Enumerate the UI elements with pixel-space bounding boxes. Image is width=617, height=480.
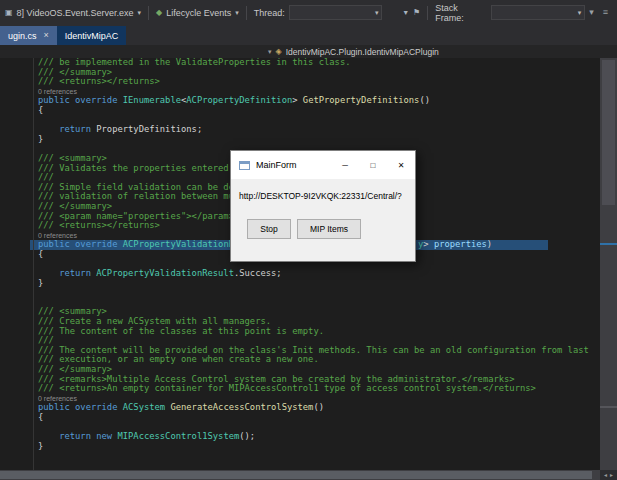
tab-label: IdentivMipAC [65, 31, 119, 41]
dialog-title: MainForm [256, 160, 297, 170]
minimize-button[interactable]: ─ [331, 151, 359, 179]
code-token: (); [239, 431, 255, 441]
toolbar-separator [427, 6, 428, 20]
code-token: /// </summary> [38, 67, 112, 77]
thread-label: Thread: [254, 8, 285, 18]
code-line: /// The content of the classes at this p… [0, 327, 600, 337]
code-token: () [419, 95, 430, 105]
scroll-left-icon[interactable]: ◄ [603, 472, 608, 478]
code-token: > [292, 95, 303, 105]
lifecycle-events-button[interactable]: ◆ Lifecycle Events ▾ [156, 8, 239, 18]
code-token: } [38, 134, 43, 144]
chevron-down-icon: ▾ [578, 9, 582, 17]
code-token: /// validation of relation between multi… [38, 191, 255, 201]
code-token: { [38, 105, 43, 115]
code-token: /// <summary> [38, 306, 107, 316]
document-tabstrip: ugin.cs × IdentivMipAC [0, 25, 617, 45]
maximize-button[interactable]: □ [359, 151, 387, 179]
dialog-body: http://DESKTOP-9I2VKQK:22331/Central/? S… [231, 179, 415, 261]
chevron-down-icon[interactable]: ▾ [589, 8, 594, 17]
code-token: /// </summary> [38, 364, 112, 374]
horizontal-scrollbar[interactable] [0, 470, 600, 480]
code-token [38, 268, 59, 278]
code-token: /// [38, 335, 54, 345]
code-token: MIPAccessControl1System [117, 431, 239, 441]
process-name-label: 8] VideoOS.Event.Server.exe [17, 8, 134, 18]
code-token: ) [487, 239, 492, 249]
code-token: { [38, 412, 43, 422]
stop-button[interactable]: Stop [247, 219, 291, 239]
caption-buttons: ─ □ ✕ [331, 151, 415, 179]
thread-select[interactable]: ▾ [289, 5, 383, 20]
code-fragment: y> properties) [418, 240, 492, 250]
code-line: } [0, 442, 600, 452]
dialog-titlebar[interactable]: MainForm ─ □ ✕ [231, 151, 415, 179]
code-token: public override [38, 402, 123, 412]
code-token: IEnumerable [123, 95, 181, 105]
toolbar-overflow-icon[interactable]: ≡ [603, 8, 608, 17]
code-token: /// <returns></returns> [38, 76, 160, 86]
code-line: { [0, 413, 600, 423]
chevron-down-icon: ▾ [235, 9, 239, 17]
code-token: /// <remarks>Multiple Access Control sys… [38, 374, 515, 384]
indent-guide [33, 58, 34, 470]
tab-label: ugin.cs [8, 31, 37, 41]
code-line: public override IEnumerable<ACPropertyDe… [0, 96, 600, 106]
code-line: public override ACSystem GenerateAccessC… [0, 403, 600, 413]
code-token: /// [38, 172, 54, 182]
code-token: () [313, 402, 324, 412]
code-line [0, 451, 600, 461]
stack-frame-select[interactable]: ▾ [491, 5, 585, 20]
code-token: PropertyDefinitions; [91, 124, 202, 134]
process-combo[interactable]: ▣ 8] VideoOS.Event.Server.exe ▾ [5, 8, 141, 18]
code-token [38, 431, 59, 441]
mainform-dialog: MainForm ─ □ ✕ http://DESKTOP-9I2VKQK:22… [230, 150, 416, 262]
process-icon: ▣ [5, 9, 13, 17]
horizontal-scrollbar-thumb[interactable] [0, 471, 592, 479]
navigation-bar[interactable]: ▾ ◈ IdentivMipAC.Plugin.IdentivMipACPlug… [0, 45, 617, 58]
code-token: /// <returns></returns> [38, 220, 160, 230]
class-icon: ◈ [276, 48, 282, 56]
toolbar-separator [246, 6, 247, 20]
code-line: return PropertyDefinitions; [0, 125, 600, 135]
code-line: } [0, 135, 600, 145]
code-token: properties [434, 239, 487, 249]
server-url-label: http://DESKTOP-9I2VKQK:22331/Central/? [239, 191, 402, 201]
toolbar-right-group: ▾ ≡ [589, 8, 612, 17]
close-button[interactable]: ✕ [387, 151, 415, 179]
code-token: /// </summary> [38, 201, 112, 211]
code-token: public override [38, 95, 123, 105]
filter-threads-icon[interactable]: ▼ [402, 9, 409, 16]
chevron-down-icon: ▾ [137, 9, 141, 17]
chevron-down-icon: ▾ [375, 9, 379, 17]
code-line: } [0, 279, 600, 289]
code-token: /// Create a new ACSystem with all manag… [38, 316, 271, 326]
scroll-right-icon[interactable]: ► [609, 472, 614, 478]
code-line: /// <returns></returns> [0, 77, 600, 87]
code-token: return [59, 124, 91, 134]
breadcrumb: IdentivMipAC.Plugin.IdentivMipACPlugin [286, 47, 439, 57]
code-line [0, 288, 600, 298]
code-token: /// <param name="properties"></param> [38, 211, 234, 221]
close-icon[interactable]: × [44, 31, 49, 40]
code-token [38, 124, 59, 134]
stack-frame-label: Stack Frame: [435, 3, 487, 23]
mip-items-button[interactable]: MIP Items [297, 219, 361, 239]
tab-identivmipac[interactable]: IdentivMipAC [57, 26, 127, 45]
code-line: /// <returns>An empty container for MIPA… [0, 384, 600, 394]
flag-threads-icon[interactable]: ⚑ [413, 9, 420, 17]
code-line [0, 461, 600, 470]
vertical-scrollbar-thumb[interactable] [602, 60, 615, 205]
code-token: /// The content will be provided on the … [38, 345, 589, 355]
code-token: GetPropertyDefinitions [303, 95, 420, 105]
code-token: ACPropertyValidationResult [96, 268, 234, 278]
code-token: GenerateAccessControlSystem [170, 402, 313, 412]
code-token: return [59, 431, 91, 441]
code-token: public override [38, 239, 123, 249]
vertical-scrollbar[interactable] [600, 58, 617, 470]
code-editor[interactable]: /// be implemented in the ValidateProper… [0, 58, 600, 470]
tab-plugin-cs[interactable]: ugin.cs × [0, 26, 57, 45]
lifecycle-events-icon: ◆ [156, 9, 162, 17]
lifecycle-events-label: Lifecycle Events [166, 8, 231, 18]
scrollbar-caret-marker [600, 243, 617, 245]
